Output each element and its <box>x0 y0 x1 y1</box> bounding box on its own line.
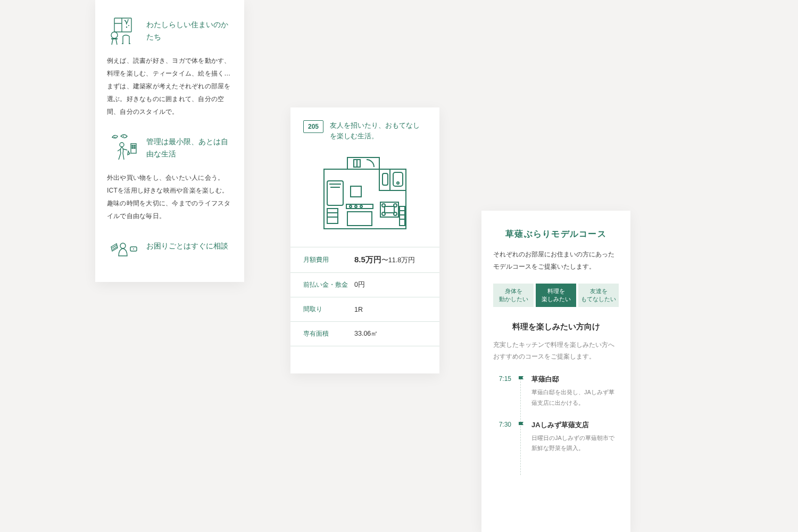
svg-point-18 <box>397 182 399 184</box>
course-lead: それぞれのお部屋にお住まいの方にあったモデルコースをご提案いたします。 <box>493 248 619 273</box>
svg-point-24 <box>355 205 357 207</box>
row-value: 0円 <box>354 280 365 289</box>
svg-rect-10 <box>134 145 135 146</box>
svg-point-3 <box>111 32 118 38</box>
course-title: 草薙ぶらりモデルコース <box>493 229 619 240</box>
svg-rect-26 <box>347 212 372 226</box>
room-detail-card: 205 友人を招いたり、おもてなしを楽しむ生活。 <box>290 107 439 373</box>
table-row: 前払い金・敷金 0円 <box>290 273 439 297</box>
svg-rect-0 <box>114 18 131 32</box>
spec-table: 月額費用 8.5万円〜11.8万円 前払い金・敷金 0円 間取り 1R 専有面積… <box>290 247 439 346</box>
svg-rect-21 <box>351 186 361 197</box>
flag-icon <box>518 375 525 409</box>
section-3-head: お困りごとはすぐに相談 <box>107 236 232 268</box>
svg-rect-11 <box>132 147 133 148</box>
timeline: 7:15 草薙白邸 草薙白邸を出発し、JAしみず草薙支店に出かける。 7:30 … <box>493 375 619 454</box>
step-time: 7:15 <box>495 375 511 409</box>
section-3-title: お困りごとはすぐに相談 <box>146 236 228 253</box>
svg-point-5 <box>114 137 115 138</box>
row-label: 専有面積 <box>303 329 354 338</box>
step-desc: 日曜日のJAしみずの草薙朝市で新鮮な野菜を購入。 <box>531 433 619 454</box>
svg-rect-4 <box>111 38 118 39</box>
floor-plan-icon <box>290 142 439 247</box>
row-label: 間取り <box>303 305 354 314</box>
room-decor-icon <box>107 15 139 47</box>
table-row: 月額費用 8.5万円〜11.8万円 <box>290 247 439 273</box>
section-2-head: 管理は最小限、あとは自由な生活 <box>107 132 232 164</box>
svg-point-15 <box>133 248 134 250</box>
row-label: 前払い金・敷金 <box>303 280 354 289</box>
svg-point-13 <box>120 243 126 248</box>
step-title: JAしみず草薙支店 <box>531 420 619 430</box>
tab-hospitality[interactable]: 友達をもてなしたい <box>578 284 619 307</box>
section-1-body: 例えば、読書が好き、ヨガで体を動かす、料理を楽しむ、ティータイム、絵を描く…まず… <box>107 54 232 118</box>
consult-person-icon <box>107 236 139 268</box>
svg-point-23 <box>350 205 352 207</box>
section-2-title: 管理は最小限、あとは自由な生活 <box>146 132 232 161</box>
course-sublead: 充実したキッチンで料理を楽しみたい方へおすすめのコースをご提案します。 <box>493 339 619 363</box>
room-head: 205 友人を招いたり、おもてなしを楽しむ生活。 <box>290 107 439 142</box>
tab-exercise[interactable]: 身体を動かしたい <box>493 284 534 307</box>
svg-rect-32 <box>385 206 394 213</box>
table-row: 間取り 1R <box>290 297 439 322</box>
svg-point-6 <box>123 136 124 137</box>
course-subtitle: 料理を楽しみたい方向け <box>493 322 619 332</box>
lifestyle-card: わたしらしい住まいのかたち 例えば、読書が好き、ヨガで体を動かす、料理を楽しむ、… <box>95 0 244 282</box>
svg-rect-16 <box>383 173 388 185</box>
room-lead: 友人を招いたり、おもてなしを楽しむ生活。 <box>330 120 427 142</box>
walking-person-icon <box>107 132 139 164</box>
svg-point-7 <box>120 143 124 147</box>
svg-point-2 <box>128 25 129 26</box>
step-desc: 草薙白邸を出発し、JAしみず草薙支店に出かける。 <box>531 387 619 409</box>
svg-point-25 <box>360 205 362 207</box>
svg-rect-9 <box>132 145 133 146</box>
table-row: 専有面積 33.06㎡ <box>290 322 439 346</box>
step-title: 草薙白邸 <box>531 375 619 384</box>
svg-point-1 <box>126 27 127 28</box>
step-time: 7:30 <box>495 420 511 454</box>
row-value: 1R <box>354 306 363 313</box>
section-2-body: 外出や買い物をし、会いたい人に会う。ICTを活用し好きな映画や音楽を楽しむ。趣味… <box>107 171 232 222</box>
course-tabs: 身体を動かしたい 料理を楽しみたい 友達をもてなしたい <box>493 284 619 307</box>
section-1-title: わたしらしい住まいのかたち <box>146 15 232 44</box>
row-label: 月額費用 <box>303 255 354 264</box>
row-value: 8.5万円〜11.8万円 <box>354 255 415 265</box>
model-course-card: 草薙ぶらりモデルコース それぞれのお部屋にお住まいの方にあったモデルコースをご提… <box>481 211 630 532</box>
svg-rect-12 <box>134 147 135 148</box>
section-1-head: わたしらしい住まいのかたち <box>107 15 232 47</box>
timeline-step: 7:30 JAしみず草薙支店 日曜日のJAしみずの草薙朝市で新鮮な野菜を購入。 <box>495 420 619 454</box>
tab-cooking[interactable]: 料理を楽しみたい <box>536 284 576 307</box>
svg-rect-20 <box>327 209 338 223</box>
svg-rect-33 <box>400 206 405 226</box>
row-value: 33.06㎡ <box>354 329 378 338</box>
room-number-badge: 205 <box>303 120 323 133</box>
flag-icon <box>518 420 525 454</box>
timeline-step: 7:15 草薙白邸 草薙白邸を出発し、JAしみず草薙支店に出かける。 <box>495 375 619 409</box>
